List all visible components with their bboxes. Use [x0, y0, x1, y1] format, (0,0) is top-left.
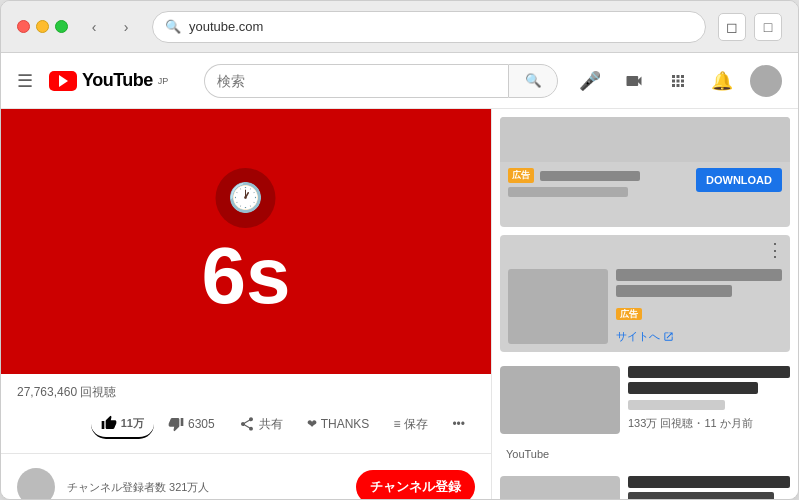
new-tab-button[interactable]: □ — [754, 13, 782, 41]
browser-actions: ◻ □ — [718, 13, 782, 41]
video-title2-line-2 — [628, 492, 774, 500]
thanks-label: THANKS — [321, 417, 370, 431]
yt-header-icons: 🎤 🔔 — [574, 65, 782, 97]
mic-icon[interactable]: 🎤 — [574, 65, 606, 97]
hamburger-icon[interactable]: ☰ — [17, 70, 33, 92]
ad-card-inner: 広告 サイトへ — [500, 261, 790, 352]
channel-avatar — [17, 468, 55, 500]
minimize-button[interactable] — [36, 20, 49, 33]
maximize-button[interactable] — [55, 20, 68, 33]
user-avatar[interactable] — [750, 65, 782, 97]
sidebar-video-card-1[interactable]: 133万 回視聴・11 か月前 — [500, 360, 790, 440]
ad-countdown: 🕐 6s — [202, 168, 291, 316]
yt-header: ☰ YouTubeJP 🔍 🎤 🔔 — [1, 53, 798, 109]
video-stats-row: 27,763,460 回視聴 11万 6305 — [17, 384, 475, 439]
yt-search-input[interactable] — [204, 64, 508, 98]
save-button[interactable]: ≡ 保存 — [383, 410, 438, 439]
yt-logo-jp: JP — [158, 76, 169, 86]
dislike-button[interactable]: 6305 — [158, 410, 225, 438]
action-buttons: 11万 6305 共有 ❤ THANKS — [91, 409, 475, 439]
ad-countdown-text: 6s — [202, 236, 291, 316]
ad-content: 広告 サイトへ — [616, 269, 782, 344]
close-button[interactable] — [17, 20, 30, 33]
ad-label-1: 広告 — [508, 168, 534, 183]
back-button[interactable]: ‹ — [80, 13, 108, 41]
sidebar-video-card-2[interactable] — [500, 470, 790, 500]
address-input[interactable] — [189, 19, 693, 34]
upload-icon[interactable] — [618, 65, 650, 97]
sidebar-ad-card-1: 広告 DOWNLOAD — [500, 117, 790, 227]
more-button[interactable]: ⋮ — [766, 239, 784, 261]
browser-window: ‹ › 🔍 ◻ □ ☰ YouTubeJP 🔍 🎤 — [0, 0, 799, 500]
yt-search-bar: 🔍 — [204, 64, 558, 98]
ad-title-line-2 — [616, 285, 732, 297]
clock-icon: 🕐 — [216, 168, 276, 228]
like-button[interactable]: 11万 — [91, 409, 154, 439]
like-count: 11万 — [121, 416, 144, 431]
channel-row: チャンネル登録者数 321万人 チャンネル登録 — [1, 458, 491, 500]
video-stats-text: 133万 回視聴・11 か月前 — [628, 417, 753, 429]
dislike-count: 6305 — [188, 417, 215, 431]
share-button[interactable]: 共有 — [229, 410, 293, 439]
yt-logo-icon — [49, 71, 77, 91]
video-channel-line — [628, 400, 725, 410]
yt-search-button[interactable]: 🔍 — [508, 64, 558, 98]
subscribe-button[interactable]: チャンネル登録 — [356, 470, 475, 500]
browser-titlebar: ‹ › 🔍 ◻ □ — [1, 1, 798, 53]
site-link[interactable]: サイトへ — [616, 329, 782, 344]
youtube-page: ☰ YouTubeJP 🔍 🎤 🔔 — [1, 53, 798, 500]
subscriber-count: チャンネル登録者数 321万人 — [67, 480, 344, 495]
video-title2-line-1 — [628, 476, 790, 488]
ad-label-2: 広告 — [616, 308, 642, 320]
nav-buttons: ‹ › — [80, 13, 140, 41]
view-count: 27,763,460 回視聴 — [17, 384, 116, 401]
bell-icon[interactable]: 🔔 — [706, 65, 738, 97]
sidebar-ad-card-2: ⋮ 広告 サイトへ — [500, 235, 790, 352]
save-label: 保存 — [404, 416, 428, 433]
forward-button[interactable]: › — [112, 13, 140, 41]
video-thumbnail-2 — [500, 476, 620, 500]
video-player[interactable]: 🕐 6s — [1, 109, 491, 374]
video-thumbnail-1 — [500, 366, 620, 434]
traffic-lights — [17, 20, 68, 33]
thanks-button[interactable]: ❤ THANKS — [297, 411, 380, 437]
yt-main: 🕐 6s 27,763,460 回視聴 11万 — [1, 109, 491, 500]
yt-logo[interactable]: YouTubeJP — [49, 70, 168, 91]
video-title-line-2 — [628, 382, 758, 394]
video-channel-name: YouTube — [500, 444, 790, 470]
share-label: 共有 — [259, 416, 283, 433]
ad-title-line-1 — [616, 269, 782, 281]
ad-thumbnail — [508, 269, 608, 344]
channel-info: チャンネル登録者数 321万人 — [67, 480, 344, 495]
yt-logo-text: YouTube — [82, 70, 153, 91]
video-meta-1: 133万 回視聴・11 か月前 — [628, 366, 790, 434]
grid-icon[interactable] — [662, 65, 694, 97]
download-button[interactable]: DOWNLOAD — [696, 168, 782, 192]
yt-sidebar: 広告 DOWNLOAD ⋮ — [491, 109, 798, 500]
video-info: 27,763,460 回視聴 11万 6305 — [1, 374, 491, 449]
channel-label: YouTube — [506, 448, 549, 460]
share-browser-button[interactable]: ◻ — [718, 13, 746, 41]
search-icon: 🔍 — [165, 19, 181, 34]
yt-content: 🕐 6s 27,763,460 回視聴 11万 — [1, 109, 798, 500]
address-bar[interactable]: 🔍 — [152, 11, 706, 43]
more-actions-button[interactable]: ••• — [442, 411, 475, 437]
video-title-line-1 — [628, 366, 790, 378]
video-meta-2 — [628, 476, 790, 500]
